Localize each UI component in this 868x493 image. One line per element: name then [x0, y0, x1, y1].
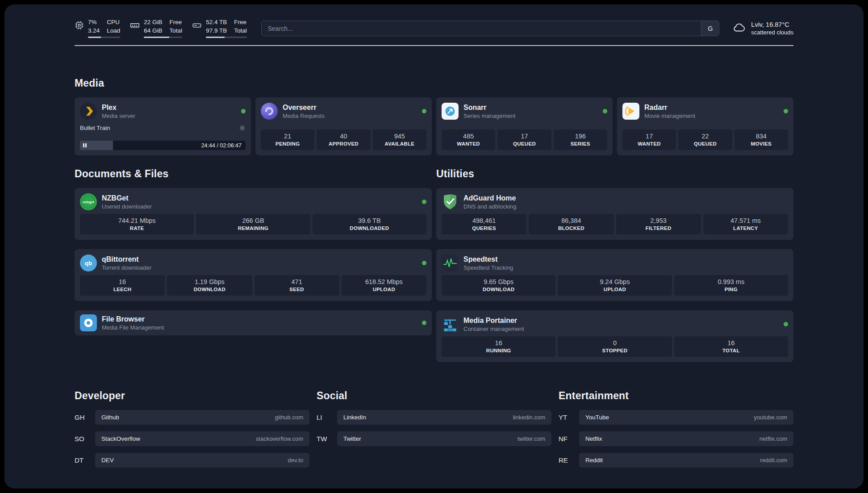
app-name: Radarr [644, 104, 695, 112]
bookmark-row: GH Github github.com [75, 410, 309, 425]
stat-tile: 945 AVAILABLE [373, 130, 426, 150]
status-dot [603, 109, 607, 113]
disk-icon [192, 21, 202, 30]
utilities-section: Utilities [436, 168, 793, 362]
app-name: File Browser [102, 315, 164, 323]
stat-tile: 471 SEED [255, 275, 339, 296]
bookmark-link-stackoverflow[interactable]: StackOverflow stackoverflow.com [95, 431, 309, 446]
app-card-media-portainer[interactable]: Media Portainer Container management 16 … [436, 310, 793, 362]
bookmark-row: LI LinkedIn linkedin.com [317, 410, 551, 425]
disk-widget: 52.4 TB 97.9 TB Free Total [192, 19, 247, 38]
disk-label-2: Total [234, 27, 247, 34]
bookmark-link-reddit[interactable]: Reddit reddit.com [579, 453, 793, 468]
app-name: Plex [102, 104, 135, 112]
bookmark-group-social: Social LI LinkedIn linkedin.com TW Twitt… [317, 390, 551, 446]
bookmark-group-developer: Developer GH Github github.com SO StackO… [75, 390, 309, 468]
bookmark-link-github[interactable]: Github github.com [95, 410, 309, 425]
bookmark-row: SO StackOverflow stackoverflow.com [75, 431, 309, 446]
overseerr-icon [261, 103, 278, 120]
app-subtitle: Movie management [644, 113, 695, 119]
app-card-sonarr[interactable]: Sonarr Series management 485 WANTED 17 Q… [436, 97, 613, 155]
app-name: Speedtest [463, 255, 513, 263]
radarr-icon [622, 103, 639, 120]
bookmark-link-youtube[interactable]: YouTube youtube.com [579, 410, 793, 425]
bookmark-abbr: YT [559, 414, 574, 421]
app-card-adguard-home[interactable]: AdGuard Home DNS and adblocking 498,461 … [436, 188, 793, 240]
bookmark-abbr: TW [317, 435, 332, 443]
stat-tile: 17 WANTED [622, 130, 676, 150]
app-subtitle: Media File Management [102, 324, 164, 331]
bookmark-link-netflix[interactable]: Netflix netflix.com [579, 431, 793, 446]
stat-tile: 39.6 TB DOWNLOADED [313, 214, 426, 234]
playback-progress-bar[interactable]: 24:44 / 02:06:47 [80, 141, 246, 150]
app-card-filebrowser[interactable]: File Browser Media File Management [75, 310, 432, 335]
media-grid: Plex Media server Bullet Train [75, 97, 793, 155]
section-title-developer: Developer [75, 390, 309, 402]
status-dot [784, 109, 788, 113]
stat-tile: 17 QUEUED [497, 130, 551, 150]
speedtest-icon [442, 255, 459, 272]
plex-icon [80, 103, 97, 120]
search-bar: G [261, 21, 720, 36]
stat-tile: 498,461 QUERIES [442, 214, 526, 234]
app-subtitle: Container management [463, 326, 524, 332]
app-subtitle: Speedtest Tracking [463, 264, 513, 271]
app-subtitle: Media server [102, 113, 135, 119]
bookmark-link-linkedin[interactable]: LinkedIn linkedin.com [337, 410, 551, 425]
cpu-usage-bar [88, 37, 120, 38]
app-card-radarr[interactable]: Radarr Movie management 17 WANTED 22 QUE… [617, 97, 793, 155]
now-playing-title: Bullet Train [80, 125, 110, 131]
bookmark-row: TW Twitter twitter.com [317, 431, 551, 446]
bookmark-abbr: NF [559, 435, 574, 443]
bookmark-abbr: DT [75, 456, 90, 464]
section-title-media: Media [75, 77, 793, 89]
bookmark-link-dev[interactable]: DEV dev.to [95, 453, 309, 468]
nzbget-icon: nzbget [80, 193, 97, 210]
app-name: Overseerr [283, 104, 325, 112]
topbar-divider [75, 45, 793, 46]
search-input[interactable] [262, 21, 701, 36]
stat-tile: 834 MOVIES [734, 130, 788, 150]
app-card-speedtest[interactable]: Speedtest Speedtest Tracking 9.65 Gbps D… [436, 249, 793, 301]
section-title-entertainment: Entertainment [559, 390, 793, 402]
cpu-load-value: 3.24 [88, 27, 100, 34]
pause-icon[interactable] [83, 143, 87, 147]
ram-free-value: 22 GiB [144, 19, 162, 26]
stat-tile: 16 TOTAL [674, 336, 788, 357]
bookmark-abbr: GH [75, 414, 90, 421]
stat-tile: 16 LEECH [80, 275, 165, 296]
cpu-widget: 7% 3.24 CPU Load [75, 19, 120, 38]
bookmark-row: NF Netflix netflix.com [559, 431, 793, 446]
cloud-icon [733, 22, 746, 35]
bookmark-row: YT YouTube youtube.com [559, 410, 793, 425]
search-engine-button[interactable]: G [701, 21, 719, 36]
app-name: Sonarr [463, 104, 515, 112]
stat-tile: 47.571 ms LATENCY [703, 214, 788, 234]
ram-total-value: 64 GiB [144, 27, 162, 34]
bookmark-link-twitter[interactable]: Twitter twitter.com [337, 431, 551, 446]
app-card-overseerr[interactable]: Overseerr Media Requests 21 PENDING 40 A… [255, 97, 432, 155]
playback-time: 24:44 / 02:06:47 [201, 142, 242, 149]
app-card-plex[interactable]: Plex Media server Bullet Train [75, 97, 251, 155]
svg-text:qb: qb [85, 260, 92, 267]
disk-free-value: 52.4 TB [206, 19, 227, 26]
stat-tile: 196 SERIES [554, 130, 607, 150]
adguard-icon [442, 193, 459, 210]
stat-tile: 744.21 Mbps RATE [80, 214, 194, 234]
app-card-nzbget[interactable]: nzbget NZBGet Usenet downloader 74 [75, 188, 432, 240]
weather-widget[interactable]: Lviv, 16.87°C scattered clouds [733, 21, 793, 36]
app-name: qBittorrent [102, 255, 151, 263]
media-section: Media Plex Media server [75, 77, 793, 155]
ram-label-1: Free [170, 19, 183, 26]
stat-tile: 0 STOPPED [558, 336, 672, 357]
stat-tile: 485 WANTED [442, 130, 495, 150]
stat-tile: 40 APPROVED [317, 130, 370, 150]
svg-text:nzbget: nzbget [83, 200, 94, 204]
stat-tile: 266 GB REMAINING [196, 214, 310, 234]
app-card-qbittorrent[interactable]: qb qBittorrent Torrent downloader [75, 249, 432, 301]
stat-tile: 21 PENDING [261, 130, 314, 150]
disk-label-1: Free [234, 19, 247, 26]
status-dot [422, 321, 426, 325]
section-title-social: Social [317, 390, 551, 402]
gear-icon[interactable] [239, 125, 246, 131]
